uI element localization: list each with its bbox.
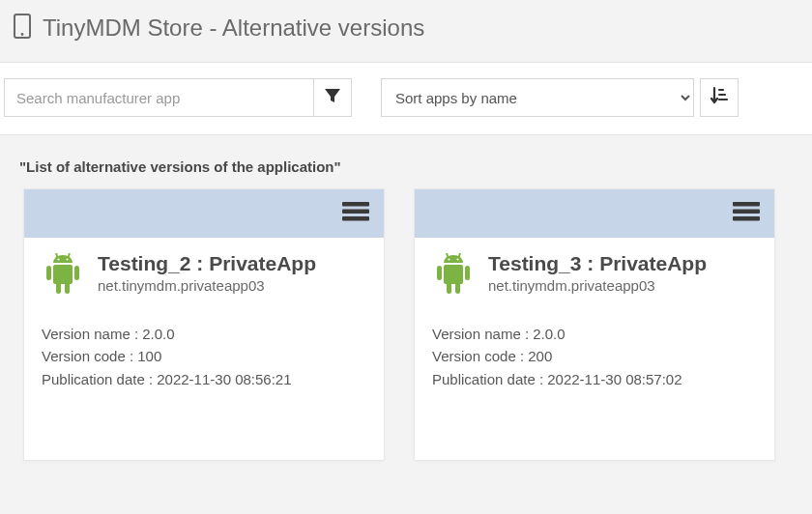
card-details: Version name : 2.0.0 Version code : 200 …	[432, 323, 757, 390]
android-icon	[42, 253, 84, 303]
card-package: net.tinymdm.privateapp03	[98, 277, 316, 294]
pub-date-row: Publication date : 2022-11-30 08:57:02	[432, 368, 757, 390]
card-title-block: Testing_2 : PrivateApp net.tinymdm.priva…	[98, 251, 316, 294]
version-name-value: 2.0.0	[533, 326, 565, 342]
pub-date-value: 2022-11-30 08:57:02	[547, 371, 682, 387]
pub-date-value: 2022-11-30 08:56:21	[157, 371, 291, 387]
app-card: Testing_3 : PrivateApp net.tinymdm.priva…	[414, 188, 775, 461]
svg-rect-17	[733, 202, 760, 207]
hamburger-icon	[342, 201, 369, 226]
card-header	[24, 189, 384, 238]
svg-rect-25	[447, 282, 451, 294]
card-title-row: Testing_3 : PrivateApp net.tinymdm.priva…	[432, 251, 757, 303]
version-name-row: Version name : 2.0.0	[432, 323, 757, 345]
card-menu-button[interactable]	[339, 197, 372, 230]
funnel-icon	[323, 86, 342, 109]
svg-rect-13	[56, 282, 61, 294]
svg-rect-18	[733, 210, 760, 214]
page-title: TinyMDM Store - Alternative versions	[43, 14, 424, 42]
svg-rect-5	[342, 202, 369, 207]
search-group	[4, 78, 352, 117]
version-name-value: 2.0.0	[142, 326, 174, 342]
svg-point-16	[66, 258, 68, 260]
svg-point-15	[57, 258, 59, 260]
version-code-row: Version code : 100	[42, 345, 366, 367]
svg-rect-11	[46, 266, 51, 280]
section-label: "List of alternative versions of the app…	[0, 135, 812, 188]
sort-direction-button[interactable]	[700, 78, 739, 117]
svg-rect-10	[53, 265, 72, 284]
sort-select[interactable]: Sort apps by name	[381, 78, 694, 117]
pub-date-row: Publication date : 2022-11-30 08:56:21	[42, 368, 366, 390]
svg-rect-24	[465, 266, 470, 280]
version-name-label: Version name :	[432, 326, 529, 342]
svg-rect-19	[733, 216, 760, 221]
card-title-row: Testing_2 : PrivateApp net.tinymdm.priva…	[42, 251, 366, 303]
pub-date-label: Publication date :	[432, 371, 543, 387]
card-package: net.tinymdm.privateapp03	[488, 277, 707, 294]
svg-rect-12	[74, 266, 79, 280]
version-code-label: Version code :	[42, 348, 133, 364]
card-title: Testing_2 : PrivateApp	[98, 251, 316, 275]
svg-point-1	[21, 33, 24, 36]
svg-rect-22	[444, 265, 463, 284]
card-body: Testing_3 : PrivateApp net.tinymdm.priva…	[415, 238, 774, 460]
card-title-block: Testing_3 : PrivateApp net.tinymdm.priva…	[488, 251, 707, 294]
cards-container: Testing_2 : PrivateApp net.tinymdm.priva…	[0, 188, 812, 461]
version-code-value: 200	[528, 348, 552, 364]
svg-rect-23	[437, 266, 442, 280]
version-name-row: Version name : 2.0.0	[42, 323, 366, 345]
svg-rect-6	[342, 210, 369, 214]
page-header: TinyMDM Store - Alternative versions	[0, 0, 812, 62]
svg-point-27	[448, 258, 450, 260]
card-header	[415, 189, 774, 238]
version-code-row: Version code : 200	[432, 345, 757, 367]
filter-button[interactable]	[313, 78, 352, 117]
card-details: Version name : 2.0.0 Version code : 100 …	[42, 323, 366, 390]
card-menu-button[interactable]	[730, 197, 763, 230]
hamburger-icon	[733, 201, 760, 226]
android-icon	[432, 253, 475, 303]
toolbar: Sort apps by name	[0, 62, 812, 135]
version-name-label: Version name :	[42, 326, 138, 342]
svg-rect-7	[342, 216, 369, 221]
app-card: Testing_2 : PrivateApp net.tinymdm.priva…	[23, 188, 385, 461]
version-code-value: 100	[137, 348, 161, 364]
version-code-label: Version code :	[432, 348, 524, 364]
sort-group: Sort apps by name	[381, 78, 739, 117]
card-title: Testing_3 : PrivateApp	[488, 251, 707, 275]
svg-rect-26	[455, 282, 460, 294]
sort-icon	[709, 85, 730, 110]
phone-icon	[14, 14, 31, 43]
pub-date-label: Publication date :	[42, 371, 153, 387]
search-input[interactable]	[4, 78, 313, 117]
svg-point-28	[456, 258, 458, 260]
svg-rect-14	[65, 282, 70, 294]
card-body: Testing_2 : PrivateApp net.tinymdm.priva…	[24, 238, 384, 460]
